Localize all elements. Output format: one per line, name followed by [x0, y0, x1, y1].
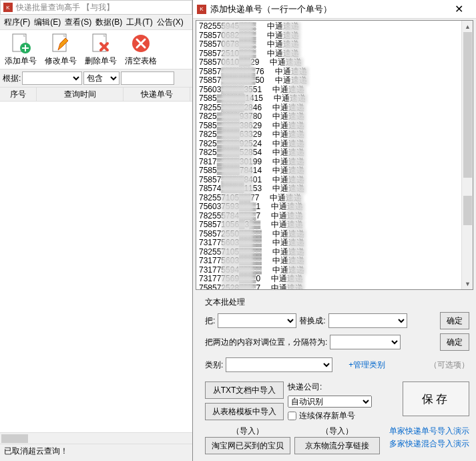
tracking-row: 7825▒▒▒▒93780中通速递 — [199, 112, 459, 122]
tracking-row: 75857▒▒▒▒▒▒50中通速递 — [199, 76, 459, 86]
tracking-row: 758570678▒▒▒中通速递 — [199, 40, 459, 49]
tracking-row: 731777569▒▒▒0中通速递 — [199, 275, 459, 284]
import-save-row: 从TXT文档中导入 从表格模板中导入 快递公司: 自动识别 连续保存新单号 保存 — [193, 381, 476, 422]
tracking-row: 75857▒▒▒▒8401中通速递 — [199, 176, 459, 185]
tracking-row: 731775603▒▒▒▒中通速递 — [199, 257, 459, 266]
tracking-row: 7817▒▒▒▒30199中通速递 — [199, 158, 459, 167]
tracking-row: 758571056▒3▒▒中通速递 — [199, 220, 459, 230]
toolbar-label: 修改单号 — [45, 55, 77, 67]
tracking-row: 758572510▒▒▒中通速递 — [199, 49, 459, 59]
import-txt-button[interactable]: 从TXT文档中导入 — [205, 381, 284, 399]
replace-from-select[interactable] — [218, 313, 296, 328]
import-template-button[interactable]: 从表格模板中导入 — [205, 403, 284, 420]
vertical-scrollbar[interactable]: ▲ ▼ — [461, 21, 473, 289]
swap-delimiter-select[interactable] — [330, 335, 401, 349]
app-title: 快递批量查询高手 【与我】 — [16, 2, 114, 13]
replace-confirm-button[interactable]: 确定 — [440, 312, 469, 329]
swap-row: 把两边的内容对调位置，分隔符为: 确定 — [205, 333, 469, 351]
toolbar-delete[interactable]: 删除单号 — [83, 33, 119, 67]
continue-save-label: 连续保存新单号 — [299, 410, 355, 422]
tracking-row: 7825▒▒▒▒52854中通速递 — [199, 148, 459, 158]
toolbar: 添加单号 修改单号 删除单号 清空表格 — [0, 29, 192, 69]
category-row: 类别: +管理类别 （可选项） — [205, 357, 469, 372]
tracking-row: 782557105▒▒▒▒中通速递 — [199, 248, 459, 257]
toolbar-add[interactable]: 添加单号 — [3, 33, 39, 67]
dialog-title: 添加快递单号（一行一个单号） — [210, 3, 445, 15]
menu-program[interactable]: 程序(F) — [3, 15, 31, 29]
toolbar-label: 删除单号 — [85, 55, 117, 67]
company-label: 快递公司: — [288, 381, 322, 393]
category-label: 类别: — [205, 359, 223, 371]
scroll-down-icon[interactable]: ▼ — [462, 278, 473, 289]
tracking-row: 758572528▒▒▒7中通速递 — [199, 284, 459, 290]
menu-data[interactable]: 数据(B) — [94, 15, 124, 29]
tracking-row: 7585▒▒▒▒78414中通速递 — [199, 166, 459, 176]
filter-field-select[interactable] — [22, 71, 82, 85]
scroll-up-icon[interactable]: ▲ — [462, 21, 473, 32]
tracking-row: 731775603▒▒▒▒中通速递 — [199, 239, 459, 248]
tracking-row: 78255▒▒▒▒2846中通速递 — [199, 104, 459, 113]
save-button[interactable]: 保存 — [403, 381, 469, 416]
dialog-icon: K — [197, 5, 206, 14]
batch-section: 文本批处理 把: 替换成: 确定 把两边的内容对调位置，分隔符为: 确定 类别:… — [193, 294, 476, 379]
category-select[interactable] — [226, 357, 332, 372]
close-button[interactable]: ✕ — [445, 3, 472, 15]
company-select[interactable]: 自动识别 — [288, 396, 372, 408]
demo-multi-link[interactable]: 多家快递混合导入演示 — [389, 438, 469, 450]
menu-notice[interactable]: 公告(X) — [156, 15, 185, 29]
toolbar-label: 添加单号 — [5, 55, 37, 67]
grid-header: 序号 查询时间 快递单号 — [0, 87, 192, 102]
menu-tools[interactable]: 工具(T) — [125, 15, 154, 29]
import-lead: （导入） — [321, 426, 353, 437]
scroll-thumb[interactable] — [463, 32, 472, 178]
menu-edit[interactable]: 编辑(E) — [33, 15, 62, 29]
toolbar-modify[interactable]: 修改单号 — [43, 33, 79, 67]
grid-body — [0, 102, 192, 432]
optional-label: （可选项） — [429, 359, 469, 371]
tracking-row: 782555945▒▒▒中通速递 — [199, 22, 459, 31]
main-window-title-bar: K 快递批量查询高手 【与我】 — [0, 0, 192, 15]
demo-single-link[interactable]: 单家快递单号导入演示 — [389, 426, 469, 437]
swap-confirm-button[interactable]: 确定 — [440, 333, 469, 351]
scroll-thumb-2[interactable] — [463, 196, 472, 225]
tracking-row: 758570682▒▒▒中通速递 — [199, 31, 459, 41]
col-index[interactable]: 序号 — [0, 88, 37, 101]
tracking-row: 758572550▒▒▒▒中通速递 — [199, 230, 459, 239]
tracking-row: 7585▒▒▒▒▒1415中通速递 — [199, 94, 459, 104]
dialog-title-bar: K 添加快递单号（一行一个单号） ✕ — [193, 0, 476, 19]
clear-icon — [130, 33, 152, 54]
tracking-list-textarea[interactable]: 782555945▒▒▒中通速递758570682▒▒▒中通速递75857067… — [196, 20, 473, 290]
batch-title: 文本批处理 — [205, 297, 469, 308]
taobao-import-button[interactable]: 淘宝网已买到的宝贝 — [205, 437, 290, 454]
replace-to-select[interactable] — [328, 313, 407, 328]
status-text: 已取消超云查询！ — [4, 446, 68, 457]
manage-category-link[interactable]: +管理类别 — [348, 359, 385, 371]
menu-view[interactable]: 查看(S) — [63, 15, 93, 29]
external-import-row: （导入） 淘宝网已买到的宝贝 （导入） 京东物流分享链接 单家快递单号导入演示 … — [193, 422, 476, 458]
col-time[interactable]: 查询时间 — [37, 88, 124, 101]
continue-save-checkbox[interactable] — [288, 412, 296, 420]
tracking-row: 758570610▒▒29中通速递 — [199, 58, 459, 67]
filter-label: 根据: — [3, 73, 21, 84]
filter-row: 根据: 包含 — [0, 69, 192, 87]
delete-icon — [90, 33, 111, 54]
status-bar: 已取消超云查询！ — [0, 444, 192, 458]
tracking-row: 7825▒▒▒▒92524中通速递 — [199, 140, 459, 149]
add-tracking-dialog: K 添加快递单号（一行一个单号） ✕ 782555945▒▒▒中通速递75857… — [192, 0, 476, 461]
filter-op-select[interactable]: 包含 — [83, 71, 120, 85]
add-icon — [10, 33, 31, 54]
tracking-row: 75603▒▒▒▒3551中通速递 — [199, 86, 459, 95]
tracking-row: 78574▒▒▒▒1153中通速递 — [199, 184, 459, 194]
tracking-row: 782555784▒▒▒7中通速递 — [199, 212, 459, 221]
import-lead: （导入） — [232, 426, 264, 437]
tracking-row: 7585▒▒▒▒38629中通速递 — [199, 122, 459, 131]
toolbar-label: 清空表格 — [125, 55, 157, 67]
app-icon: K — [3, 3, 13, 12]
col-number[interactable]: 快递单号 — [124, 88, 190, 101]
menu-bar: 程序(F) 编辑(E) 查看(S) 数据(B) 工具(T) 公告(X) — [0, 15, 192, 29]
jd-import-button[interactable]: 京东物流分享链接 — [294, 437, 380, 454]
filter-value-input[interactable] — [121, 71, 174, 85]
horizontal-scrollbar[interactable] — [0, 432, 192, 444]
toolbar-clear[interactable]: 清空表格 — [123, 33, 159, 67]
tracking-row: 75857▒▒▒▒▒▒76中通速递 — [199, 67, 459, 77]
